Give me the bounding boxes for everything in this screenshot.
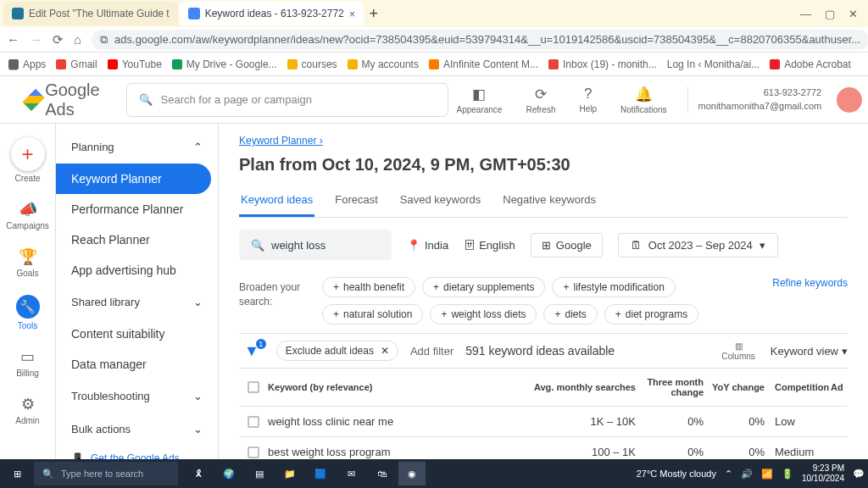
store-icon[interactable]: 🛍: [368, 462, 395, 485]
bookmark[interactable]: Gmail: [56, 58, 97, 70]
location-button[interactable]: 📍India: [407, 239, 448, 252]
notifications-button[interactable]: 🔔Notifications: [612, 86, 675, 114]
avatar[interactable]: [837, 87, 862, 113]
sidebar-item-reach-planner[interactable]: Reach Planner: [56, 225, 218, 255]
row-checkbox[interactable]: [248, 446, 259, 458]
explorer-icon[interactable]: 📁: [276, 462, 303, 485]
col-yoy[interactable]: YoY change: [704, 382, 765, 392]
close-icon[interactable]: ×: [349, 8, 356, 20]
col-keyword[interactable]: Keyword (by relevance): [268, 382, 526, 392]
broaden-pill[interactable]: +natural solution: [322, 304, 423, 324]
broaden-pill[interactable]: +diets: [543, 304, 597, 324]
bookmark[interactable]: Log In ‹ Monitha/ai...: [667, 58, 760, 70]
taskbar-search[interactable]: 🔍Type here to search: [34, 462, 178, 485]
columns-button[interactable]: ▥Columns: [721, 341, 754, 361]
filter-chip[interactable]: Exclude adult ideas✕: [276, 341, 398, 361]
network-button[interactable]: ⊞Google: [531, 233, 603, 258]
maximize-button[interactable]: ▢: [825, 8, 835, 20]
mail-icon[interactable]: ✉: [337, 462, 364, 485]
sidebar-section-bulk-actions[interactable]: Bulk actions⌄: [56, 413, 218, 446]
filters-button[interactable]: ▼1: [239, 342, 264, 360]
broaden-pill[interactable]: +diet programs: [604, 304, 698, 324]
select-all-checkbox[interactable]: [248, 381, 259, 393]
minimize-button[interactable]: —: [800, 8, 811, 20]
tab-saved-keywords[interactable]: Saved keywords: [398, 186, 482, 217]
date-range-button[interactable]: 🗓Oct 2023 – Sep 2024▾: [618, 233, 778, 258]
edge-icon[interactable]: 🟦: [307, 462, 334, 485]
taskbar-clock[interactable]: 9:23 PM 10/10/2024: [802, 463, 844, 484]
sidebar-section-troubleshooting[interactable]: Troubleshooting⌄: [56, 380, 218, 413]
tools-nav[interactable]: 🔧Tools: [0, 288, 55, 337]
col-3month[interactable]: Three month change: [636, 377, 704, 397]
reload-icon[interactable]: ⟳: [53, 32, 64, 47]
plus-icon: +: [433, 281, 439, 293]
broaden-pill[interactable]: +health benefit: [322, 277, 415, 297]
refine-keywords-button[interactable]: Refine keywords: [772, 277, 848, 289]
tab-negative-keywords[interactable]: Negative keywords: [501, 186, 598, 217]
tray-chevron-icon[interactable]: ⌃: [725, 469, 732, 480]
wifi-icon[interactable]: 📶: [761, 469, 773, 480]
task-view-icon[interactable]: ▤: [246, 462, 273, 485]
weather-widget[interactable]: 27°C Mostly cloudy: [637, 469, 716, 479]
sidebar-section-planning[interactable]: Planning⌃: [56, 130, 218, 164]
broaden-pill[interactable]: +lifestyle modification: [552, 277, 675, 297]
close-window-button[interactable]: ✕: [849, 8, 858, 20]
col-ad[interactable]: Ad: [831, 382, 848, 392]
keyword-view-button[interactable]: Keyword view▾: [771, 345, 848, 358]
sidebar-item-app-advertising[interactable]: App advertising hub: [56, 255, 218, 286]
broaden-pill[interactable]: +dietary supplements: [422, 277, 545, 297]
add-filter-button[interactable]: Add filter: [410, 345, 453, 358]
create-button[interactable]: +Create: [0, 130, 55, 190]
admin-nav[interactable]: ⚙Admin: [0, 388, 55, 432]
breadcrumb[interactable]: Keyword Planner ›: [239, 135, 323, 147]
google-ads-icon: [22, 88, 44, 110]
campaigns-nav[interactable]: 📣Campaigns: [0, 193, 55, 237]
keyword-search-input[interactable]: 🔍weight loss: [239, 230, 392, 260]
bookmark[interactable]: AInfinite Content M...: [429, 58, 538, 70]
bookmark[interactable]: YouTube: [108, 58, 162, 70]
lock-icon: ⧉: [100, 33, 108, 47]
url-input[interactable]: ⧉ ads.google.com/aw/keywordplanner/ideas…: [92, 30, 868, 50]
bookmark[interactable]: My accounts: [348, 58, 419, 70]
bookmark[interactable]: ▦Apps: [8, 58, 46, 70]
sidebar-item-performance-planner[interactable]: Performance Planner: [56, 194, 218, 225]
tab-keyword-ideas[interactable]: Keyword ideas: [239, 186, 314, 217]
google-icon: ⊞: [542, 239, 551, 252]
bookmark[interactable]: courses: [287, 58, 337, 70]
chevron-down-icon: ⌄: [193, 423, 203, 435]
volume-icon[interactable]: 🔊: [741, 469, 753, 480]
home-icon[interactable]: ⌂: [74, 32, 81, 47]
row-checkbox[interactable]: [248, 416, 259, 428]
language-button[interactable]: 🈂English: [464, 239, 515, 252]
broaden-pill[interactable]: +weight loss diets: [430, 304, 537, 324]
sidebar-item-keyword-planner[interactable]: Keyword Planner: [56, 164, 211, 194]
globe-icon[interactable]: 🌍: [215, 462, 242, 485]
appearance-button[interactable]: ◧Appearance: [448, 86, 511, 114]
bookmark[interactable]: Inbox (19) - monith...: [548, 58, 657, 70]
sidebar-item-content-suitability[interactable]: Content suitability: [56, 319, 218, 349]
back-icon[interactable]: ←: [7, 32, 19, 47]
ribbon-icon[interactable]: 🎗: [185, 462, 212, 485]
goals-nav[interactable]: 🏆Goals: [0, 241, 55, 285]
help-button[interactable]: ?Help: [570, 86, 605, 114]
billing-nav[interactable]: ▭Billing: [0, 341, 55, 385]
account-info[interactable]: 613-923-2772 monithamonitha7@gmail.com: [687, 86, 822, 113]
new-tab-button[interactable]: +: [369, 5, 378, 23]
bookmark[interactable]: Adobe Acrobat: [770, 58, 851, 70]
search-input[interactable]: 🔍 Search for a page or campaign: [126, 83, 448, 117]
close-icon[interactable]: ✕: [381, 345, 389, 357]
browser-tab[interactable]: Keyword ideas - 613-923-2772 ×: [180, 2, 364, 25]
col-competition[interactable]: Competition: [765, 382, 831, 392]
refresh-button[interactable]: ⟳Refresh: [517, 86, 564, 114]
sidebar-section-shared-library[interactable]: Shared library⌄: [56, 286, 218, 319]
browser-tab[interactable]: Edit Post "The Ultimate Guide t: [3, 2, 178, 25]
table-row[interactable]: weight loss clinic near me 1K – 10K 0% 0…: [239, 407, 848, 437]
sidebar-item-data-manager[interactable]: Data manager: [56, 349, 218, 380]
start-button[interactable]: ⊞: [3, 462, 31, 485]
bookmark[interactable]: My Drive - Google...: [172, 58, 277, 70]
tab-forecast[interactable]: Forecast: [333, 186, 380, 217]
chrome-icon[interactable]: ◉: [398, 462, 426, 485]
col-searches[interactable]: Avg. monthly searches: [526, 382, 636, 392]
battery-icon[interactable]: 🔋: [782, 469, 793, 480]
notification-center-icon[interactable]: 💬: [853, 469, 865, 480]
